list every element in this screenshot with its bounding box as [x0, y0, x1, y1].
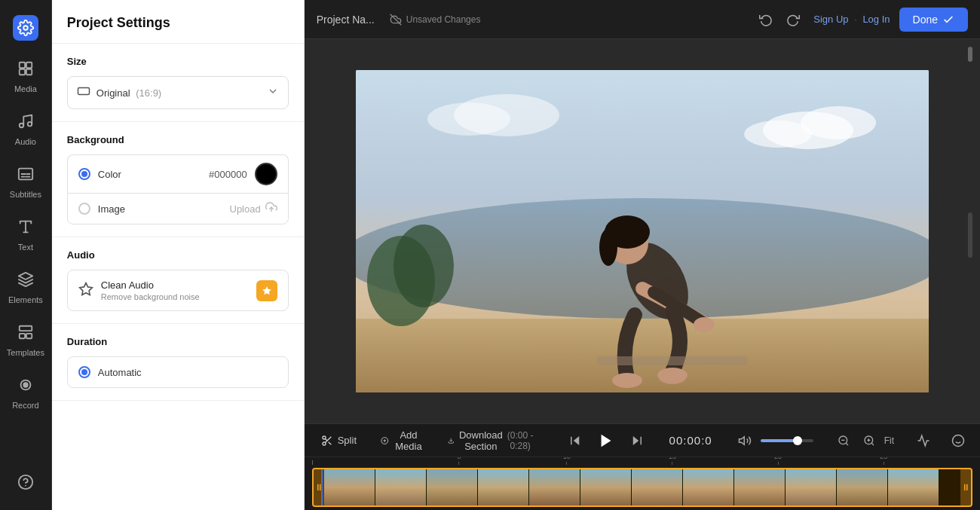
color-radio[interactable]	[78, 168, 90, 180]
undo-button[interactable]	[755, 8, 777, 31]
image-radio[interactable]	[78, 203, 90, 215]
sidebar-item-templates[interactable]: Templates	[0, 312, 51, 365]
svg-rect-16	[26, 334, 32, 338]
waveform-icon	[917, 434, 930, 447]
track-thumb	[580, 469, 632, 505]
size-section: Size Original (16:9)	[52, 44, 304, 122]
svg-line-47	[328, 441, 331, 444]
download-section-button[interactable]: Download Section (0:00 - 0:28)	[442, 426, 539, 455]
sidebar-item-audio[interactable]: Audio	[0, 101, 51, 154]
svg-line-48	[325, 438, 327, 441]
sidebar-item-label: Audio	[15, 137, 36, 146]
automatic-radio[interactable]	[78, 366, 90, 378]
background-image-option[interactable]: Image Upload	[67, 193, 289, 224]
svg-point-18	[23, 383, 28, 387]
background-color-option[interactable]: Color #000000	[67, 154, 289, 193]
svg-rect-21	[78, 88, 89, 95]
svg-marker-56	[632, 436, 639, 445]
add-media-button[interactable]: Add Media	[375, 426, 430, 455]
options-button[interactable]	[947, 429, 969, 452]
clean-audio-card: Clean Audio Remove background noise	[67, 270, 289, 311]
volume-slider-thumb	[793, 436, 802, 445]
svg-rect-15	[20, 334, 25, 338]
play-button[interactable]	[593, 427, 620, 454]
skip-back-icon	[568, 434, 582, 447]
track-thumb	[683, 469, 734, 505]
playback-controls	[564, 427, 648, 454]
zoom-out-button[interactable]	[833, 430, 854, 451]
redo-button[interactable]	[782, 8, 804, 31]
svg-point-66	[953, 435, 964, 446]
background-options: Color #000000 Image Upload	[67, 154, 289, 224]
svg-point-5	[20, 124, 24, 128]
track-thumb	[888, 469, 939, 505]
track-handle-right[interactable]: ⏸	[960, 469, 971, 505]
sidebar-item-text[interactable]: Text	[0, 206, 51, 259]
automatic-label: Automatic	[98, 367, 277, 378]
unsaved-label: Unsaved Changes	[406, 14, 481, 25]
upgrade-button[interactable]	[256, 280, 277, 301]
auth-links: Sign Up · Log In	[813, 14, 890, 25]
skip-back-button[interactable]	[564, 429, 586, 452]
color-value: #000000	[209, 169, 247, 180]
track-thumb	[837, 469, 888, 505]
size-section-title: Size	[67, 56, 289, 67]
skip-forward-button[interactable]	[626, 429, 648, 452]
svg-point-6	[28, 122, 32, 127]
sidebar-item-record[interactable]: Record	[0, 365, 51, 417]
audio-section-title: Audio	[67, 249, 289, 261]
scissors-icon	[321, 435, 333, 447]
waveform-button[interactable]	[912, 429, 935, 452]
log-in-link[interactable]: Log In	[862, 14, 890, 25]
topbar: Project Na... Unsaved Changes	[305, 0, 980, 39]
zoom-out-icon	[838, 435, 850, 447]
sidebar-item-subtitles[interactable]: Subtitles	[0, 154, 51, 206]
svg-marker-55	[601, 434, 611, 447]
background-section: Background Color #000000 Image Upload	[52, 122, 304, 237]
sidebar: Media Audio Subtitles	[0, 0, 52, 510]
playhead	[321, 469, 323, 505]
size-select[interactable]: Original (16:9)	[67, 76, 289, 109]
clean-audio-title: Clean Audio	[101, 279, 256, 291]
yoga-scene-svg	[356, 70, 929, 392]
plus-circle-icon	[381, 435, 389, 447]
download-icon	[448, 435, 455, 447]
topbar-actions: Sign Up · Log In Done	[813, 8, 968, 32]
background-section-title: Background	[67, 134, 289, 145]
skip-forward-icon	[630, 434, 644, 447]
sidebar-item-help[interactable]	[0, 462, 51, 502]
volume-section	[733, 429, 813, 452]
sidebar-item-settings[interactable]	[0, 8, 51, 48]
settings-icon	[17, 20, 34, 36]
sidebar-item-label: Subtitles	[10, 190, 41, 199]
track-thumb	[478, 469, 529, 505]
sidebar-item-elements[interactable]: Elements	[0, 259, 51, 312]
track-thumb	[632, 469, 683, 505]
size-value: Original (16:9)	[96, 87, 267, 99]
timeline-track: ⏸	[312, 468, 972, 507]
svg-point-44	[323, 436, 326, 439]
time-display: 00:00:0	[669, 434, 712, 447]
svg-point-40	[612, 373, 642, 388]
main-content: Project Na... Unsaved Changes	[305, 0, 980, 510]
done-button[interactable]: Done	[899, 8, 968, 32]
sign-up-link[interactable]: Sign Up	[813, 14, 848, 25]
color-swatch[interactable]	[255, 163, 277, 185]
sidebar-item-label: Media	[14, 84, 37, 93]
undo-redo-controls	[755, 8, 804, 31]
fit-label: Fit	[884, 435, 894, 446]
timeline-track-area: ⏸	[305, 465, 980, 510]
zoom-in-button[interactable]	[859, 430, 880, 451]
timeline-ruler: 5 10 15 20 2	[305, 457, 980, 465]
split-button[interactable]: Split	[315, 432, 363, 450]
chevron-down-icon	[267, 85, 279, 100]
svg-line-63	[871, 443, 874, 445]
help-icon	[17, 474, 34, 490]
volume-slider[interactable]	[761, 439, 813, 442]
timeline-area: Split Add Media Download Section (0:00 -…	[305, 423, 980, 510]
svg-point-32	[427, 102, 510, 136]
svg-marker-53	[573, 436, 579, 445]
volume-button[interactable]	[733, 429, 756, 452]
sidebar-item-media[interactable]: Media	[0, 48, 51, 101]
duration-automatic-option[interactable]: Automatic	[67, 356, 289, 388]
